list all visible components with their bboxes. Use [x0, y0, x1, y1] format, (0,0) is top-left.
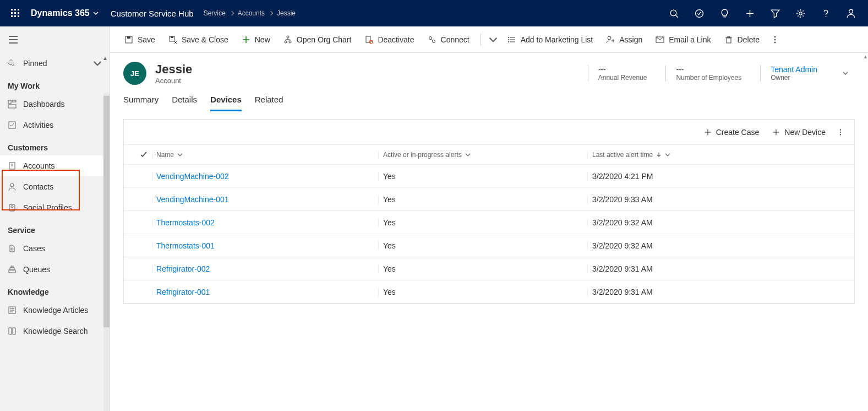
sort-down-icon: [656, 152, 662, 158]
row-alerts: Yes: [383, 218, 396, 227]
activity-icon: [8, 121, 17, 129]
row-alerts: Yes: [383, 241, 396, 250]
org-chart-button[interactable]: Open Org Chart: [278, 32, 357, 47]
grid-overflow-button[interactable]: [833, 125, 848, 139]
crumb-0[interactable]: Service: [204, 9, 226, 17]
avatar: JE: [123, 62, 146, 85]
help-icon[interactable]: [813, 0, 838, 26]
email-link-button[interactable]: Email a Link: [650, 32, 716, 47]
svg-rect-3: [11, 12, 13, 14]
new-device-button[interactable]: New Device: [767, 125, 831, 140]
sidebar-item-label: Social Profiles: [23, 203, 72, 212]
column-alerts[interactable]: Active or in-progress alerts: [378, 151, 587, 159]
sidebar-item-pinned[interactable]: Pinned: [0, 53, 110, 74]
svg-point-74: [840, 134, 841, 135]
svg-rect-1: [14, 9, 16, 10]
save-close-button[interactable]: Save & Close: [163, 32, 234, 47]
hamburger-icon[interactable]: [0, 26, 110, 53]
accounts-icon: [8, 161, 17, 170]
sidebar-item-label: Knowledge Articles: [23, 306, 88, 315]
row-time: 3/2/2020 9:31 AM: [592, 288, 653, 296]
chevron-down-icon: [93, 59, 102, 68]
case-icon: [8, 244, 17, 253]
sidebar-item-contacts[interactable]: Contacts: [0, 176, 110, 197]
lightbulb-icon[interactable]: [712, 0, 737, 26]
row-name[interactable]: VendingMachine-002: [156, 172, 229, 181]
sidebar-item-accounts[interactable]: Accounts: [0, 155, 110, 176]
sidebar-scrollbar[interactable]: [103, 93, 110, 411]
crumb-1[interactable]: Accounts: [238, 9, 265, 17]
sidebar-item-knowledge-search[interactable]: Knowledge Search: [0, 321, 110, 342]
kpi-value[interactable]: Tenant Admin: [771, 65, 817, 74]
sidebar-item-label: Pinned: [23, 59, 47, 68]
row-name[interactable]: Thermostats-001: [156, 241, 215, 250]
table-row[interactable]: VendingMachine-002Yes3/2/2020 4:21 PM: [124, 165, 854, 188]
svg-point-67: [774, 41, 776, 43]
table-row[interactable]: Thermostats-002Yes3/2/2020 9:32 AM: [124, 211, 854, 234]
expand-header-button[interactable]: [836, 69, 855, 78]
svg-point-59: [508, 41, 509, 42]
plus-icon[interactable]: [737, 0, 762, 26]
tab-related[interactable]: Related: [255, 95, 283, 111]
column-label: Last active alert time: [592, 151, 653, 159]
tab-summary[interactable]: Summary: [123, 95, 159, 111]
svg-point-31: [11, 248, 13, 250]
column-name[interactable]: Name: [152, 151, 378, 159]
dashboard-icon: [8, 100, 17, 109]
tab-details[interactable]: Details: [172, 95, 197, 111]
sidebar-item-activities[interactable]: Activities: [0, 115, 110, 136]
hub-name[interactable]: Customer Service Hub: [101, 9, 204, 18]
gear-icon[interactable]: [788, 0, 813, 26]
plus-icon: [772, 128, 780, 136]
sidebar-item-dashboards[interactable]: Dashboards: [0, 94, 110, 115]
new-button[interactable]: New: [236, 32, 276, 47]
sidebar-item-social[interactable]: Social Profiles: [0, 197, 110, 218]
sidebar-item-label: Activities: [23, 121, 53, 129]
tab-devices[interactable]: Devices: [210, 95, 242, 111]
task-flow-icon[interactable]: [686, 0, 712, 26]
table-row[interactable]: Refrigirator-002Yes3/2/2020 9:31 AM: [124, 257, 854, 280]
deactivate-button[interactable]: Deactivate: [359, 32, 419, 47]
kpi-label: Annual Revenue: [598, 74, 647, 82]
table-row[interactable]: Thermostats-001Yes3/2/2020 9:32 AM: [124, 234, 854, 257]
svg-point-45: [287, 36, 289, 38]
app-launcher-icon[interactable]: [4, 2, 26, 24]
save-button[interactable]: Save: [119, 32, 161, 47]
search-icon[interactable]: [661, 0, 686, 26]
row-time: 3/2/2020 9:32 AM: [592, 241, 653, 250]
row-name[interactable]: VendingMachine-001: [156, 195, 229, 204]
grid-header: Name Active or in-progress alerts Last a…: [124, 145, 854, 165]
overflow-button[interactable]: [767, 32, 783, 47]
crumb-2[interactable]: Jessie: [277, 9, 296, 17]
row-name[interactable]: Refrigirator-002: [156, 264, 210, 273]
delete-button[interactable]: Delete: [719, 32, 765, 47]
select-all[interactable]: [124, 152, 152, 158]
svg-rect-40: [127, 36, 130, 39]
row-name[interactable]: Refrigirator-001: [156, 288, 210, 296]
connect-dropdown[interactable]: [487, 32, 500, 47]
add-marketing-button[interactable]: Add to Marketing List: [502, 32, 599, 47]
svg-point-65: [774, 36, 776, 37]
product-brand[interactable]: Dynamics 365: [26, 8, 101, 18]
row-name[interactable]: Thermostats-002: [156, 218, 215, 227]
sidebar-item-knowledge-articles[interactable]: Knowledge Articles: [0, 300, 110, 321]
table-row[interactable]: VendingMachine-001Yes3/2/2020 9:33 AM: [124, 188, 854, 211]
sidebar-item-cases[interactable]: Cases: [0, 238, 110, 259]
svg-line-10: [675, 15, 678, 17]
svg-point-58: [508, 39, 509, 40]
table-row[interactable]: Refrigirator-001Yes3/2/2020 9:31 AM: [124, 280, 854, 304]
assign-button[interactable]: Assign: [600, 32, 648, 47]
svg-point-57: [508, 37, 509, 38]
svg-point-16: [825, 15, 826, 17]
svg-point-47: [289, 41, 291, 43]
column-time[interactable]: Last active alert time: [587, 151, 854, 159]
create-case-button[interactable]: Create Case: [698, 125, 765, 140]
connect-icon: [428, 35, 436, 44]
user-icon[interactable]: [838, 0, 864, 26]
filter-icon[interactable]: [762, 0, 788, 26]
connect-button[interactable]: Connect: [422, 32, 475, 47]
main-scrollbar[interactable]: ▲: [861, 53, 868, 411]
collapse-arrow-icon[interactable]: ▲: [102, 55, 108, 61]
sidebar-item-label: Knowledge Search: [23, 327, 88, 336]
sidebar-item-queues[interactable]: Queues: [0, 259, 110, 280]
